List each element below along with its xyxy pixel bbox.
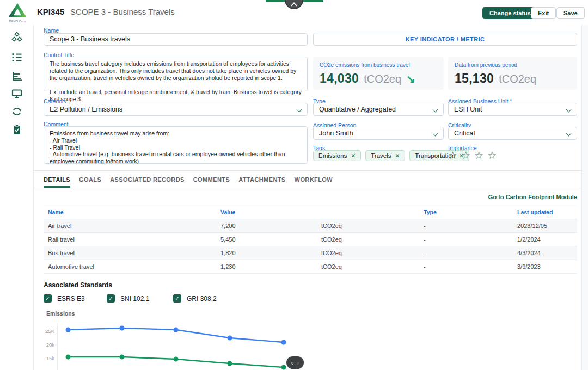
star-icon[interactable]: ☆	[487, 149, 497, 162]
chevron-left-icon[interactable]: ‹	[291, 360, 293, 366]
assigned-business-unit-select[interactable]: ESH Unit	[448, 103, 577, 116]
key-indicator-badge[interactable]: KEY INDICATOR / METRIC	[313, 33, 577, 46]
chevron-down-icon	[566, 107, 572, 113]
modules-cubes-icon[interactable]	[10, 30, 23, 44]
chart-point	[174, 328, 179, 332]
y-axis-tick: 20k	[46, 342, 55, 348]
details-table: NameValueTypeLast updated Air travel7,20…	[44, 205, 577, 274]
table-cell: 1,820	[220, 250, 321, 256]
chart-point	[228, 361, 232, 366]
trend-down-arrow-icon: ↘	[406, 72, 415, 85]
table-cell: tCO2eq	[321, 250, 424, 256]
sync-icon[interactable]	[10, 105, 23, 118]
name-input[interactable]: Scope 3 - Business travels	[44, 33, 308, 46]
table-row: Air travel7,200tCO2eq-2023/12/05	[44, 219, 577, 233]
table-row: Rail travel5,450tCO2eq-1/2/2024	[44, 233, 577, 246]
standard-label: SNI 102.1	[120, 295, 149, 303]
kpi-card-previous: Data from previous period 15,130 tCO2eq	[448, 57, 577, 90]
tab-goals[interactable]: GOALS	[79, 176, 101, 188]
table-header-cell: Type	[424, 209, 517, 215]
tag-chip-label: Travels	[371, 152, 391, 159]
tag-chip[interactable]: Emissions✕	[313, 150, 361, 161]
tab-attachments[interactable]: ATTACHMENTS	[238, 176, 285, 188]
tab-details[interactable]: DETAILS	[44, 176, 70, 188]
monitor-icon[interactable]	[10, 87, 23, 100]
star-icon[interactable]: ☆	[448, 149, 457, 162]
table-cell: Bus travel	[44, 250, 220, 256]
emissions-chart: Emissions 25K20k15k10k	[41, 309, 310, 370]
page-title: SCOPE 3 - Business Travels	[70, 7, 175, 16]
bar-chart-icon[interactable]	[10, 70, 23, 83]
table-cell: -	[424, 236, 517, 243]
kpi-card-current: CO2e emissions from business travel 14,0…	[313, 57, 444, 90]
chart-point	[281, 365, 286, 370]
chart-point	[174, 357, 179, 362]
star-icon[interactable]: ☆	[474, 149, 483, 162]
carbon-footprint-module-link[interactable]: Go to Carbon Footprint Module	[436, 194, 577, 200]
standard-item: ✓GRI 308.2	[173, 294, 217, 303]
type-select[interactable]: Quantitative / Aggregated	[313, 103, 444, 116]
tab-workflow[interactable]: WORKFLOW	[295, 176, 333, 188]
chevron-down-icon	[433, 131, 438, 137]
tab-associated-records[interactable]: ASSOCIATED RECORDS	[110, 176, 185, 188]
standard-item: ✓SNI 102.1	[107, 294, 149, 303]
header-titles: KPI345 SCOPE 3 - Business Travels	[37, 7, 175, 16]
chart-point	[66, 355, 71, 360]
tab-comments[interactable]: COMMENTS	[193, 176, 230, 188]
chevron-down-icon	[566, 131, 572, 137]
assigned-person-select[interactable]: John Smith	[313, 127, 444, 140]
kpi-previous-unit: tCO2eq	[499, 73, 536, 85]
y-axis-tick: 15k	[46, 355, 55, 361]
logo-triangle-icon	[8, 3, 27, 17]
checkbox-checked-icon[interactable]: ✓	[173, 294, 181, 303]
checkbox-checked-icon[interactable]: ✓	[107, 294, 115, 303]
exit-button[interactable]: Exit	[531, 7, 556, 19]
assigned-person-value: John Smith	[319, 130, 353, 137]
tag-chip[interactable]: Travels✕	[365, 150, 405, 161]
criticality-select[interactable]: Critical	[448, 127, 577, 140]
chart-point	[66, 328, 71, 332]
right-gutter	[581, 25, 588, 370]
y-axis-tick: 25K	[45, 328, 55, 334]
tag-chip-label: Emissions	[318, 152, 347, 159]
tag-remove-icon[interactable]: ✕	[395, 152, 400, 159]
tabs-divider	[34, 188, 581, 188]
table-cell: -	[424, 223, 517, 229]
table-cell: 5,450	[220, 236, 321, 243]
star-icon[interactable]: ☆	[461, 149, 470, 162]
table-cell: -	[424, 250, 517, 256]
table-cell: 7,200	[220, 223, 321, 229]
table-cell: 3/9/2023	[517, 263, 577, 270]
assigned-business-unit-value: ESH Unit	[454, 106, 482, 113]
comment-textarea[interactable]: Emissions from business travel may arise…	[44, 126, 308, 164]
change-status-button[interactable]: Change status	[482, 7, 538, 19]
table-header-cell: Name	[44, 209, 220, 215]
category-value: E2 Pollution / Emissions	[50, 106, 122, 113]
list-icon[interactable]	[10, 51, 23, 64]
table-body: Air travel7,200tCO2eq-2023/12/05Rail tra…	[44, 219, 577, 274]
chart-point	[228, 336, 232, 341]
chevron-down-icon	[297, 107, 302, 113]
table-row: Automotive travel1,230tCO2eq-3/9/2023	[44, 260, 577, 274]
checkbox-checked-icon[interactable]: ✓	[44, 294, 52, 303]
company-logo: DEMO Corp	[5, 3, 29, 24]
standard-label: ESRS E3	[57, 295, 85, 303]
kpi-previous-value: 15,130	[455, 71, 494, 86]
control-title-textarea[interactable]: The business travel category includes em…	[44, 57, 308, 91]
table-cell: Rail travel	[44, 236, 220, 243]
table-cell: 1,230	[220, 263, 321, 270]
chevron-right-icon[interactable]: ›	[297, 360, 299, 366]
line-chart-canvas: 25K20k15k10k	[41, 309, 310, 370]
kpi-current-value: 14,030	[320, 71, 359, 86]
table-cell: tCO2eq	[321, 263, 424, 270]
table-cell: 2023/12/05	[517, 223, 577, 229]
category-select[interactable]: E2 Pollution / Emissions	[44, 103, 308, 116]
kpi-id: KPI345	[37, 7, 64, 16]
save-button[interactable]: Save	[556, 7, 585, 19]
importance-stars: ☆☆☆☆	[448, 149, 497, 162]
chart-point	[120, 326, 125, 331]
sidebar	[0, 25, 34, 370]
tag-remove-icon[interactable]: ✕	[351, 152, 356, 159]
associated-standards-title: Associated Standards	[44, 281, 112, 289]
tasks-clipboard-icon[interactable]	[10, 123, 23, 136]
